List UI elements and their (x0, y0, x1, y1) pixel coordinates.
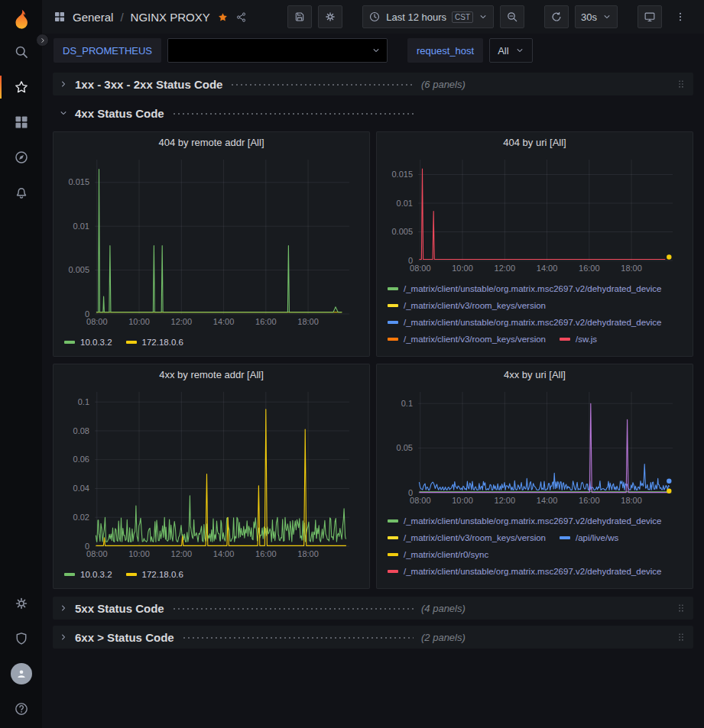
row-header-6xx[interactable]: 6xx > Status Code (2 panels) (53, 626, 693, 649)
refresh-interval-picker[interactable]: 30s (575, 5, 618, 28)
breadcrumb-section[interactable]: General (73, 11, 113, 24)
series-label: /_matrix/client/r0/sync (404, 550, 488, 559)
row-title[interactable]: 5xx Status Code (75, 602, 164, 615)
series-color-marker (388, 570, 398, 573)
svg-text:14:00: 14:00 (213, 317, 235, 326)
share-icon[interactable] (235, 11, 247, 23)
sidebar-item-starred[interactable] (0, 70, 42, 105)
svg-text:0: 0 (408, 488, 413, 497)
legend-item[interactable]: 172.18.0.6 (126, 570, 183, 579)
legend-item[interactable]: /_matrix/client/r0/sync (388, 550, 488, 559)
timeseries-chart[interactable]: 08:0010:0012:0014:0016:0018:0000.020.040… (61, 386, 362, 561)
grafana-logo[interactable] (8, 7, 35, 34)
dashboard-settings-button[interactable] (318, 5, 342, 28)
sidebar-item-profile[interactable] (0, 656, 42, 691)
drag-handle-icon[interactable] (675, 78, 687, 90)
svg-text:14:00: 14:00 (213, 549, 235, 558)
time-range-picker[interactable]: Last 12 hours CST (362, 5, 494, 28)
row-panel-count: (6 panels) (421, 79, 466, 90)
sidebar-item-explore[interactable] (0, 140, 42, 175)
series-label: /_matrix/client/v3/room_keys/version (404, 533, 546, 542)
row-title[interactable]: 6xx > Status Code (75, 631, 174, 644)
variable-label-request-host[interactable]: request_host (407, 38, 483, 63)
chevron-down-icon (515, 46, 524, 55)
sidebar-item-help[interactable] (0, 691, 42, 726)
row-header-4xx[interactable]: 4xx Status Code (53, 102, 693, 125)
breadcrumb-dashboard-title[interactable]: NGINX PROXY (131, 11, 210, 24)
series-label: 172.18.0.6 (142, 338, 183, 347)
svg-text:0.015: 0.015 (391, 170, 413, 179)
timezone-badge: CST (452, 11, 473, 23)
panel-title[interactable]: 4xx by remote addr [All] (61, 369, 362, 386)
panel-title[interactable]: 4xx by uri [All] (384, 369, 685, 386)
sidebar-item-configuration[interactable] (0, 586, 42, 621)
kebab-menu-button[interactable] (668, 5, 693, 28)
legend-item[interactable]: /_matrix/client/unstable/org.matrix.msc2… (388, 318, 662, 327)
row-header-5xx[interactable]: 5xx Status Code (4 panels) (53, 597, 693, 620)
legend-item[interactable]: 10.0.3.2 (64, 338, 112, 347)
legend-item[interactable]: 10.0.3.2 (64, 570, 112, 579)
series-label: /_matrix/client/v3/room_keys/version (404, 335, 546, 344)
panel-title[interactable]: 404 by remote addr [All] (61, 137, 362, 154)
svg-text:10:00: 10:00 (452, 264, 473, 273)
legend-item[interactable]: 172.18.0.6 (126, 338, 183, 347)
chevron-right-icon (59, 79, 68, 89)
sidebar-item-alerting[interactable] (0, 175, 42, 210)
legend-item[interactable]: /_matrix/client/v3/room_keys/version (388, 301, 546, 310)
timeseries-chart[interactable]: 08:0010:0012:0014:0016:0018:0000.0050.01… (61, 154, 362, 329)
row-title[interactable]: 4xx Status Code (75, 107, 164, 120)
panel-legend: 10.0.3.2172.18.0.6 (61, 329, 362, 351)
sidebar-bottom-nav (0, 586, 42, 728)
svg-text:12:00: 12:00 (495, 264, 516, 273)
star-icon (14, 79, 29, 95)
legend-item[interactable]: /_matrix/client/unstable/org.matrix.msc2… (388, 567, 662, 576)
svg-text:0: 0 (85, 309, 89, 319)
svg-text:0: 0 (85, 542, 89, 551)
row-title[interactable]: 1xx - 3xx - 2xx Status Code (75, 78, 222, 91)
svg-text:12:00: 12:00 (171, 549, 193, 558)
svg-text:16:00: 16:00 (255, 549, 277, 558)
sidebar (0, 0, 42, 728)
svg-text:08:00: 08:00 (86, 317, 108, 326)
save-dashboard-button[interactable] (287, 5, 312, 28)
svg-text:12:00: 12:00 (171, 317, 193, 326)
drag-handle-icon[interactable] (675, 602, 687, 614)
sidebar-item-server-admin[interactable] (0, 621, 42, 656)
tv-mode-button[interactable] (637, 5, 662, 28)
sidebar-top-nav (0, 34, 42, 210)
series-label: /_matrix/client/v3/room_keys/version (404, 301, 546, 310)
svg-text:0.08: 0.08 (73, 426, 89, 435)
clock-icon (368, 11, 381, 23)
svg-text:18:00: 18:00 (297, 549, 319, 558)
svg-text:0.05: 0.05 (397, 443, 413, 452)
navbar-actions: Last 12 hours CST 30s (287, 5, 693, 28)
legend-item[interactable]: /api/live/ws (560, 533, 618, 542)
panel-title[interactable]: 404 by uri [All] (384, 137, 685, 154)
star-filled-icon[interactable] (217, 11, 229, 23)
expand-sidebar-button[interactable] (36, 34, 49, 47)
grafana-app: General / NGINX PROXY Last 12 hours CST (0, 0, 704, 728)
row-header-1xx-3xx-2xx[interactable]: 1xx - 3xx - 2xx Status Code (6 panels) (53, 73, 693, 95)
chevron-down-icon (59, 108, 68, 118)
svg-text:08:00: 08:00 (86, 549, 108, 558)
drag-handle-icon[interactable] (675, 631, 687, 643)
series-label: 172.18.0.6 (142, 570, 183, 579)
svg-text:08:00: 08:00 (410, 496, 431, 505)
legend-item[interactable]: /_matrix/client/v3/room_keys/version (388, 533, 546, 542)
refresh-button[interactable] (544, 5, 569, 28)
help-icon (14, 701, 29, 717)
refresh-interval-label: 30s (581, 11, 597, 23)
top-navbar: General / NGINX PROXY Last 12 hours CST (42, 0, 704, 34)
zoom-out-time-button[interactable] (500, 5, 524, 28)
legend-item[interactable]: /_matrix/client/unstable/org.matrix.msc2… (388, 516, 662, 526)
chevron-right-icon (59, 633, 68, 642)
timeseries-chart[interactable]: 08:0010:0012:0014:0016:0018:0000.0050.01… (384, 154, 685, 276)
variable-label-datasource[interactable]: DS_PROMETHEUS (54, 38, 161, 63)
legend-item[interactable]: /_matrix/client/unstable/org.matrix.msc2… (388, 284, 662, 293)
legend-item[interactable]: /_matrix/client/v3/room_keys/version (388, 335, 546, 344)
legend-item[interactable]: /sw.js (560, 335, 597, 344)
variable-datasource-select[interactable] (167, 38, 388, 63)
timeseries-chart[interactable]: 08:0010:0012:0014:0016:0018:0000.050.1 (384, 386, 685, 508)
variable-request-host-select[interactable]: All (489, 38, 532, 63)
sidebar-item-dashboards[interactable] (0, 105, 42, 140)
